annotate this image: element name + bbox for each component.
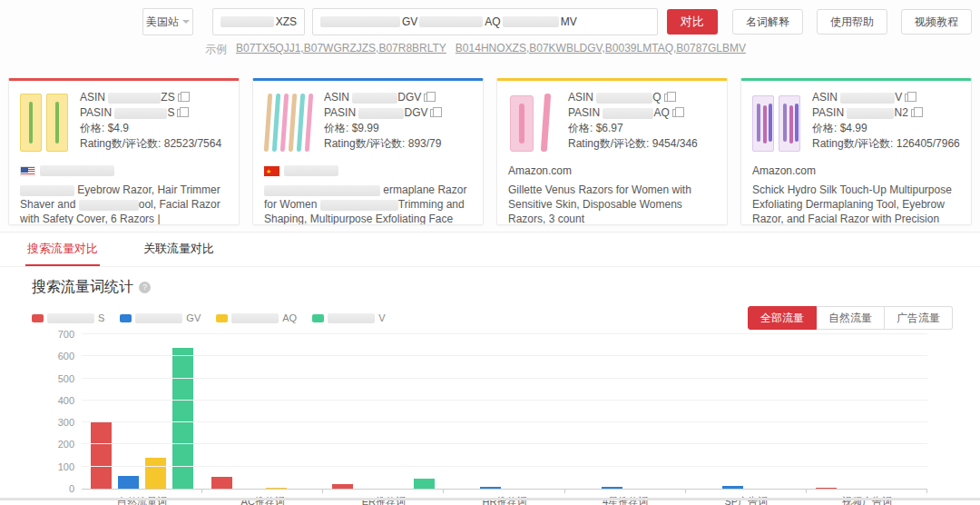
product-image <box>264 90 315 157</box>
y-axis-tick-label: 300 <box>58 417 74 428</box>
gridline <box>82 355 927 356</box>
header: 美国站 XZS GV AQ MV 对比 名词解释 使用帮助 视频教程 示例 B0… <box>0 0 980 57</box>
filter-ad-traffic[interactable]: 广告流量 <box>885 306 953 330</box>
bar-slot <box>332 484 353 489</box>
pasin-suffix: S <box>167 106 174 119</box>
help-button-group: 名词解释 使用帮助 视频教程 <box>732 9 972 35</box>
asin-fragment: GV <box>402 15 417 28</box>
tab-related-traffic-compare[interactable]: 关联流量对比 <box>142 233 216 266</box>
copy-icon[interactable] <box>430 109 437 117</box>
bar-slot <box>211 477 232 489</box>
example-label: 示例 <box>205 42 227 57</box>
asin-input-2[interactable]: GV AQ MV <box>312 8 658 35</box>
y-axis-tick-label: 400 <box>58 395 74 406</box>
pasin-suffix: AQ <box>653 106 669 119</box>
bar <box>118 476 139 489</box>
compare-button[interactable]: 对比 <box>667 9 718 35</box>
gridline <box>82 421 927 422</box>
rating-value: 9454/346 <box>652 137 698 150</box>
y-axis-tick-label: 100 <box>58 461 74 472</box>
pasin-row: PASIN N2 <box>812 105 960 121</box>
asin-suffix: DGV <box>397 91 421 104</box>
asin-label: ASIN <box>324 91 349 104</box>
seller-row: ★ <box>264 164 472 177</box>
gridline <box>82 378 927 379</box>
legend-item[interactable]: S <box>32 312 104 323</box>
blurred-asin-text <box>220 16 274 27</box>
copy-icon[interactable] <box>177 109 184 117</box>
copy-icon[interactable] <box>424 94 431 102</box>
bar-slot <box>480 487 501 489</box>
bar <box>91 421 112 489</box>
product-title: Gillette Venus Razors for Women with Sen… <box>508 183 716 225</box>
info-icon[interactable]: ? <box>139 282 151 293</box>
rating-row: Rating数/评论数: 126405/7966 <box>812 136 960 152</box>
filter-organic-traffic[interactable]: 自然流量 <box>817 306 885 330</box>
gridline <box>82 333 927 334</box>
filter-all-traffic[interactable]: 全部流量 <box>748 306 817 330</box>
bar-slot <box>414 479 435 489</box>
blurred-seller-name <box>40 165 114 176</box>
blurred-asin-text <box>419 16 483 27</box>
rating-label: Rating数/评论数: <box>568 137 649 150</box>
horizontal-scrollbar[interactable] <box>0 498 980 500</box>
blurred-asin-text <box>231 313 279 323</box>
bar <box>145 458 166 489</box>
seller-name: Amazon.com <box>752 164 816 177</box>
asin-input-1[interactable]: XZS <box>212 8 305 35</box>
chevron-down-icon <box>182 20 190 24</box>
asin-suffix: Q <box>652 91 661 104</box>
video-tutorial-button[interactable]: 视频教程 <box>901 9 972 35</box>
price-value: $4.9 <box>108 122 129 134</box>
pasin-suffix: DGV <box>404 106 427 119</box>
asin-row: ASIN DGV <box>324 90 441 105</box>
bar <box>266 488 287 489</box>
asin-label: ASIN <box>812 91 838 104</box>
site-select-dropdown[interactable]: 美国站 <box>142 8 193 35</box>
y-axis-tick-label: 0 <box>69 483 74 494</box>
blurred-asin-text <box>503 16 559 27</box>
asin-row: ASIN ZS <box>80 90 221 105</box>
bar-slot <box>172 348 193 489</box>
legend-asin-suffix: S <box>98 312 104 323</box>
rating-value: 126405/7966 <box>897 137 960 150</box>
copy-icon[interactable] <box>664 94 671 102</box>
legend-asin-suffix: AQ <box>282 312 297 323</box>
blurred-asin-text <box>47 313 94 323</box>
bar <box>211 477 232 489</box>
price-label: 价格: <box>324 122 348 134</box>
copy-icon[interactable] <box>911 109 918 117</box>
product-title: Schick Hydro Silk Touch-Up Multipurpose … <box>752 183 960 225</box>
legend-item[interactable]: AQ <box>216 312 297 323</box>
legend-swatch <box>216 314 228 322</box>
legend-item[interactable]: GV <box>120 312 201 323</box>
price-row: 价格: $9.99 <box>324 121 441 136</box>
legend-asin-suffix: V <box>378 312 385 323</box>
traffic-filter-group: 全部流量 自然流量 广告流量 <box>748 306 953 330</box>
usage-help-button[interactable]: 使用帮助 <box>817 9 887 35</box>
example-asin-set-1[interactable]: B07TX5QJJ1,B07WGRZJZS,B07R8BRLTY <box>236 42 446 57</box>
copy-icon[interactable] <box>905 94 912 102</box>
bar-slot <box>816 488 837 489</box>
seller-row <box>20 164 228 177</box>
blurred-asin-text <box>320 16 400 27</box>
asin-input-1-suffix: XZS <box>276 15 297 28</box>
legend-item[interactable]: V <box>312 312 385 323</box>
blurred-asin-text <box>135 313 182 323</box>
product-card-2: ASIN DGV PASIN DGV 价格: $9.99 Rating数/评论数… <box>252 78 484 225</box>
example-asin-set-2[interactable]: B014HNOXZS,B07KWBLDGV,B0039LMTAQ,B0787GL… <box>456 42 746 57</box>
bar-chart: 0100200300400500600700 自然流量词AC推荐词ER推荐词HR… <box>32 335 953 505</box>
copy-icon[interactable] <box>178 94 185 102</box>
product-card-1: ASIN ZS PASIN S 价格: $4.9 Rating数/评论数: 82… <box>8 78 240 225</box>
copy-icon[interactable] <box>672 109 680 117</box>
bar-slot <box>266 488 287 489</box>
glossary-button[interactable]: 名词解释 <box>732 9 803 35</box>
seller-name: Amazon.com <box>508 164 572 177</box>
price-row: 价格: $4.9 <box>80 121 221 136</box>
pasin-label: PASIN <box>80 106 112 119</box>
tab-search-traffic-compare[interactable]: 搜索流量对比 <box>25 233 100 266</box>
bar <box>816 488 837 489</box>
chart-legend: SGVAQV <box>32 312 748 323</box>
legend-swatch <box>120 314 132 322</box>
asin-label: ASIN <box>568 91 593 104</box>
